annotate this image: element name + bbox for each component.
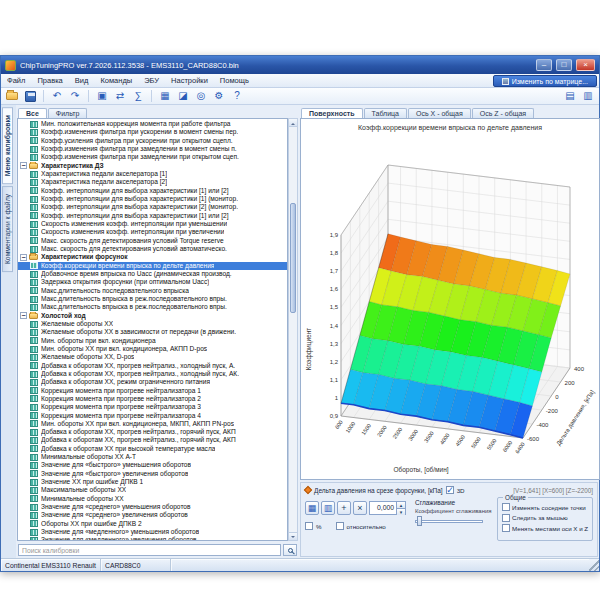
title-bar[interactable]: ChipTuningPRO ver.7.2026.112.3538 - EMS3… xyxy=(1,56,599,74)
save-file-button[interactable] xyxy=(22,89,38,104)
close-button[interactable]: × xyxy=(576,59,595,71)
tree-item-row[interactable]: Мин. обороты ХХ при вкл. кондиционера, А… xyxy=(18,345,287,353)
menu-item-7[interactable]: Помощь xyxy=(214,74,255,87)
tree-item-row[interactable]: Значение для «медленного» уменьшения обо… xyxy=(18,528,287,536)
tree-item-row[interactable]: Коэфф. интерполяции для выбора характери… xyxy=(18,212,287,220)
scrollbar-thumb[interactable] xyxy=(290,203,296,312)
menu-item-6[interactable]: Настройки xyxy=(165,74,214,87)
menu-item-1[interactable]: Файл xyxy=(1,74,31,87)
scroll-up-button[interactable] xyxy=(289,119,297,127)
slider-thumb[interactable] xyxy=(417,516,422,526)
right-tab-1[interactable]: Поверхность xyxy=(301,108,363,118)
menu-item-5[interactable]: ЭБУ xyxy=(138,74,165,87)
chart-3d-button[interactable]: ◪ xyxy=(175,89,191,104)
tree-item-row[interactable]: Характеристика педали акселератора [2] xyxy=(18,178,287,186)
tree-item-row[interactable]: Мин. обороты ХХ при вкл. кондиционера, М… xyxy=(18,420,287,428)
surface-chart[interactable]: 0,911,11,21,31,41,51,61,71,81,9600100015… xyxy=(300,118,600,480)
tree-item-row[interactable]: Макс.длительность последовательного впры… xyxy=(18,287,287,295)
menu-item-2[interactable]: Правка xyxy=(31,74,68,87)
collapse-icon[interactable]: − xyxy=(20,162,27,169)
compare-button[interactable]: ⇄ xyxy=(112,89,128,104)
tree-item-row[interactable]: Коррекция момента при прогреве нейтрализ… xyxy=(18,403,287,411)
edit-by-matrix-button[interactable]: Изменить по матрице... xyxy=(493,75,597,87)
tree-item-row[interactable]: Значение для «медленного» увеличения обо… xyxy=(18,536,287,541)
minimize-button[interactable]: – xyxy=(536,59,552,71)
tree-item-row[interactable]: Макс. скорость для детектирования услови… xyxy=(18,245,287,253)
value-spinbox[interactable]: 0,000 ▴▾ xyxy=(369,501,406,515)
tree-item-row[interactable]: Мин. положительная коррекция момента при… xyxy=(18,120,287,128)
checksum-button[interactable]: ∑ xyxy=(130,89,146,104)
tree-item-row[interactable]: Желаемые обороты ХХ в зависимости от пер… xyxy=(18,328,287,336)
right-tab-3[interactable]: Ось X - общая xyxy=(408,108,471,118)
relative-checkbox[interactable] xyxy=(336,522,344,530)
tree-item-row[interactable]: Макс.длительность впрыска в реж.последов… xyxy=(18,295,287,303)
tree-item-row[interactable]: Минимальные обороты ХХ xyxy=(18,495,287,503)
menu-item-4[interactable]: Команды xyxy=(94,74,138,87)
search-button[interactable]: ◎ xyxy=(193,89,209,104)
common-checkbox-1[interactable] xyxy=(502,503,510,511)
checkbox-3d[interactable] xyxy=(446,486,454,494)
tree-item-row[interactable]: Значение для «среднего» увеличения оборо… xyxy=(18,511,287,519)
tree-item-row[interactable]: Желаемые обороты ХХ, D-pos xyxy=(18,353,287,361)
tree-item-row[interactable]: Коррекция момента при прогреве нейтрализ… xyxy=(18,387,287,395)
collapse-icon[interactable]: − xyxy=(20,312,27,319)
tree-item-row[interactable]: Добавка к оборотам ХХ, режим ограниченно… xyxy=(18,378,287,386)
spin-up-icon[interactable]: ▴ xyxy=(397,502,405,509)
window-layout-button[interactable]: ▤ xyxy=(562,89,578,104)
tree-item-row[interactable]: Добавка к оборотам ХХ, прогрев нейтрализ… xyxy=(18,362,287,370)
table-button[interactable]: ▦ xyxy=(157,89,173,104)
menu-item-3[interactable]: Вид xyxy=(69,74,95,87)
tree-item-row[interactable]: Минимальные обороты ХХ А-Т xyxy=(18,453,287,461)
copy-table-button[interactable]: ▥ xyxy=(321,501,335,515)
settings-button[interactable]: ⚙ xyxy=(211,89,227,104)
open-file-button[interactable] xyxy=(4,89,20,104)
tree-item-row[interactable]: Скорость изменения коэфф. интерполяции п… xyxy=(18,228,287,236)
tree-item-row[interactable]: Значение для «быстрого» увеличения оборо… xyxy=(18,470,287,478)
tree-item-row[interactable]: Обороты ХХ при ошибке ДПКВ 2 xyxy=(18,520,287,528)
percent-checkbox[interactable] xyxy=(305,522,313,530)
side-tab-2[interactable]: Комментарии к файлу xyxy=(2,186,13,272)
tree-item-row[interactable]: Значение для «среднего» уменьшения оборо… xyxy=(18,503,287,511)
search-button[interactable] xyxy=(283,544,297,556)
tree-item-row[interactable]: Коэфф. интерполяции для выбора характери… xyxy=(18,203,287,211)
tree-item-row[interactable]: Добавка к оборотам ХХ, прогрев нейтрализ… xyxy=(18,436,287,444)
common-checkbox-2[interactable] xyxy=(502,514,510,522)
tree-item-row[interactable]: Задержка открытия форсунки (при оптималь… xyxy=(18,278,287,286)
tree-item-row[interactable]: Характеристика педали акселератора [1] xyxy=(18,170,287,178)
tree-item-row[interactable]: Коррекция момента при прогреве нейтрализ… xyxy=(18,395,287,403)
undo-button[interactable]: ↶ xyxy=(49,89,65,104)
panel-view-button[interactable]: ▥ xyxy=(580,89,596,104)
redo-button[interactable]: ↷ xyxy=(67,89,83,104)
smoothing-slider[interactable] xyxy=(415,516,491,526)
search-input[interactable] xyxy=(18,544,281,556)
copy-button[interactable]: ▣ xyxy=(94,89,110,104)
side-tab-1[interactable]: Меню калибровки xyxy=(2,107,13,184)
tree-item-row[interactable]: Коррекция момента при прогреве нейтрализ… xyxy=(18,411,287,419)
tree-folder-row[interactable]: −Характеристика ДЗ xyxy=(18,162,287,170)
tree-folder-row[interactable]: −Холостой ход xyxy=(18,312,287,320)
tree-scrollbar[interactable] xyxy=(288,118,298,541)
tree-item-row[interactable]: Макс. скорость для детектирования услови… xyxy=(18,237,287,245)
tree-item-row[interactable]: Мин. обороты при вкл. кондиционера xyxy=(18,337,287,345)
tree-item-row[interactable]: Коэфф.изменения фильтра при ускорении в … xyxy=(18,128,287,136)
collapse-icon[interactable]: − xyxy=(20,254,27,261)
common-checkbox-3[interactable] xyxy=(502,524,510,532)
right-tab-2[interactable]: Таблица xyxy=(364,108,407,118)
tree-item-row[interactable]: Коэфф.коррекции времени впрыска по дельт… xyxy=(18,262,287,270)
tree-item-row[interactable]: Макс.длительность впрыска в реж.последов… xyxy=(18,303,287,311)
left-tab-1[interactable]: Все xyxy=(18,108,47,118)
tree-item-row[interactable]: Коэфф. интерполяции для выбора характери… xyxy=(18,187,287,195)
resize-grip[interactable] xyxy=(589,559,599,571)
tree-item-row[interactable]: Добавочное время впрыска по Uacc (динами… xyxy=(18,270,287,278)
tree-item-row[interactable]: Добавка к оборотам ХХ при высокой темпер… xyxy=(18,445,287,453)
tree-item-row[interactable]: Коэфф.усиления фильтра при ускорении при… xyxy=(18,137,287,145)
tree-item-row[interactable]: Коэфф.изменения фильтра при замедлении п… xyxy=(18,153,287,161)
maximize-button[interactable]: □ xyxy=(556,59,572,71)
tree-item-row[interactable]: Добавка к оборотам ХХ, прогрев нейтрализ… xyxy=(18,428,287,436)
left-tab-2[interactable]: Фильтр xyxy=(48,108,88,118)
tree-item-row[interactable]: Добавка к оборотам ХХ, прогрев нейтрализ… xyxy=(18,370,287,378)
tree-item-row[interactable]: Максимальные обороты ХХ xyxy=(18,486,287,494)
tree-item-row[interactable]: Скорость изменения коэфф. интерполяции п… xyxy=(18,220,287,228)
scroll-down-button[interactable] xyxy=(289,532,297,540)
tree-item-row[interactable]: Желаемые обороты ХХ xyxy=(18,320,287,328)
